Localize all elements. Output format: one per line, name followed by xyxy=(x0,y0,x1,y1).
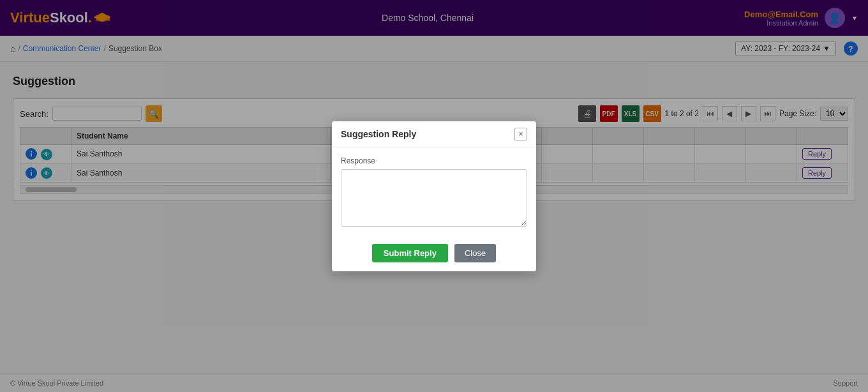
suggestion-reply-modal: Suggestion Reply × Response Submit Reply… xyxy=(332,121,536,271)
modal-title: Suggestion Reply xyxy=(341,129,416,139)
submit-reply-button[interactable]: Submit Reply xyxy=(372,244,448,262)
modal-header: Suggestion Reply × xyxy=(332,121,536,147)
modal-overlay: Suggestion Reply × Response Submit Reply… xyxy=(0,0,868,392)
response-label: Response xyxy=(341,156,527,165)
modal-footer: Submit Reply Close xyxy=(332,237,536,271)
close-modal-button[interactable]: Close xyxy=(454,244,496,262)
modal-body: Response xyxy=(332,147,536,237)
response-textarea[interactable] xyxy=(341,169,527,227)
modal-close-button[interactable]: × xyxy=(514,128,527,140)
